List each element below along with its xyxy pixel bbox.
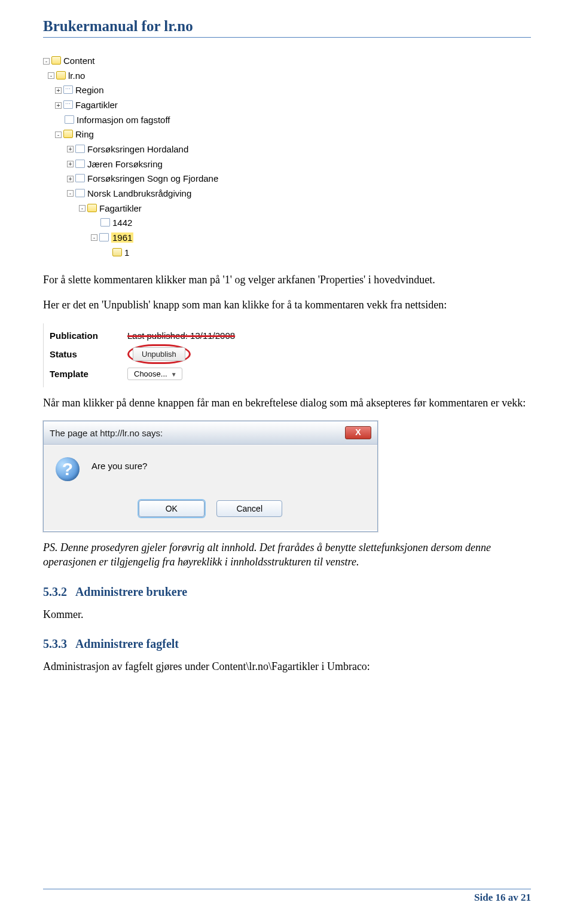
expander-nlr-fagartikler[interactable]: - xyxy=(79,205,86,212)
paragraph-confirm-dialog: Når man klikker på denne knappen får man… xyxy=(43,396,531,410)
content-tree: -Content -lr.no +Region +Fagartikler Inf… xyxy=(43,53,531,259)
section-533-body: Administrasjon av fagfelt gjøres under C… xyxy=(43,659,531,674)
tree-node-nlr-fagartikler[interactable]: Fagartikler xyxy=(99,203,142,213)
ok-button[interactable]: OK xyxy=(139,500,204,517)
tree-node-jaeren[interactable]: Jæren Forsøksring xyxy=(87,159,163,169)
section-533-heading: 5.3.3 Administrere fagfelt xyxy=(43,637,531,651)
template-select[interactable]: Choose...▼ xyxy=(127,368,182,380)
document-icon xyxy=(99,233,109,241)
tree-node-hordaland[interactable]: Forsøksringen Hordaland xyxy=(87,144,188,154)
tree-node-1961[interactable]: 1961 xyxy=(111,232,133,243)
section-532-number: 5.3.2 xyxy=(43,585,67,598)
tree-node-lr[interactable]: lr.no xyxy=(68,71,85,81)
tree-node-region[interactable]: Region xyxy=(75,85,104,96)
properties-panel: Publication Last published: 13/11/2008 S… xyxy=(43,323,354,387)
folder-icon xyxy=(87,204,97,212)
expander-1961[interactable]: - xyxy=(91,234,97,241)
expander-region[interactable]: + xyxy=(55,87,62,94)
page-footer: Side 16 av 21 xyxy=(43,889,531,904)
chevron-down-icon: ▼ xyxy=(171,371,177,378)
document-icon xyxy=(75,145,85,153)
paragraph-delete-instruction: For å slette kommentaren klikker man på … xyxy=(43,273,531,287)
expander-ring[interactable]: - xyxy=(55,131,62,138)
expander-content[interactable]: - xyxy=(43,58,50,65)
last-published-text: Last published: 13/11/2008 xyxy=(127,331,235,341)
status-label: Status xyxy=(50,349,127,359)
tree-node-sogn[interactable]: Forsøksringen Sogn og Fjordane xyxy=(87,174,218,184)
section-532-body: Kommer. xyxy=(43,607,531,622)
tree-node-ring[interactable]: Ring xyxy=(75,130,94,140)
document-icon xyxy=(63,85,73,94)
question-icon: ? xyxy=(56,457,80,481)
folder-icon xyxy=(51,56,61,65)
section-532-heading: 5.3.2 Administrere brukere xyxy=(43,585,531,599)
expander-lr[interactable]: - xyxy=(48,72,54,79)
close-button[interactable]: X xyxy=(345,426,371,439)
section-533-title: Administrere fagfelt xyxy=(75,637,179,650)
expander-sogn[interactable]: + xyxy=(67,176,74,182)
expander-hordaland[interactable]: + xyxy=(67,146,74,152)
cancel-button[interactable]: Cancel xyxy=(216,500,282,517)
tree-node-content[interactable]: Content xyxy=(63,56,95,66)
document-icon xyxy=(100,218,110,227)
document-icon xyxy=(65,115,74,124)
document-icon xyxy=(75,189,85,197)
paragraph-ps-note: PS. Denne prosedyren gjeler forøvrig alt… xyxy=(43,540,531,570)
tree-node-info[interactable]: Informasjon om fagstoff xyxy=(77,115,170,125)
section-533-number: 5.3.3 xyxy=(43,637,67,650)
confirm-dialog: The page at http://lr.no says: X ? Are y… xyxy=(43,421,378,532)
folder-icon xyxy=(112,248,122,256)
unpublish-button[interactable]: Unpublish xyxy=(133,347,185,361)
folder-icon xyxy=(56,71,66,79)
tree-node-nlr[interactable]: Norsk Landbruksrådgiving xyxy=(87,188,191,198)
document-icon xyxy=(63,100,73,109)
expander-jaeren[interactable]: + xyxy=(67,161,74,167)
document-icon xyxy=(75,174,85,182)
template-select-value: Choose... xyxy=(134,369,167,378)
tree-node-1[interactable]: 1 xyxy=(124,247,129,258)
folder-icon xyxy=(63,130,73,138)
paragraph-unpublish-instruction: Her er det en 'Unpublish' knapp som man … xyxy=(43,298,531,312)
expander-nlr[interactable]: - xyxy=(67,190,74,197)
section-532-title: Administrere brukere xyxy=(75,585,187,598)
publication-label: Publication xyxy=(50,331,127,341)
template-label: Template xyxy=(50,369,127,379)
tree-node-fagartikler[interactable]: Fagartikler xyxy=(75,100,118,110)
dialog-message: Are you sure? xyxy=(91,457,147,471)
expander-fagartikler[interactable]: + xyxy=(55,102,62,109)
tree-node-1442[interactable]: 1442 xyxy=(112,218,132,228)
page-header: Brukermanual for lr.no xyxy=(43,18,531,38)
document-icon xyxy=(75,160,85,168)
dialog-title-text: The page at http://lr.no says: xyxy=(50,428,163,438)
